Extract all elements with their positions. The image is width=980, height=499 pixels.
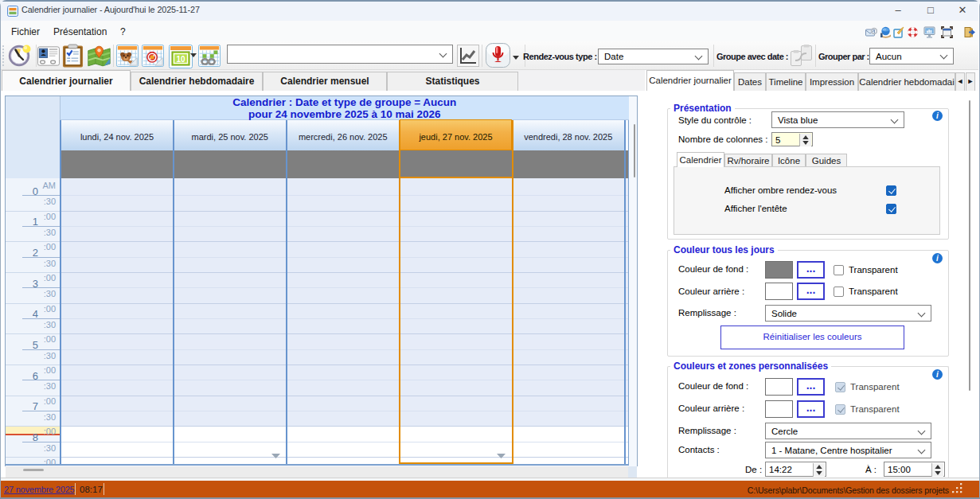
- svg-text:10: 10: [176, 55, 185, 64]
